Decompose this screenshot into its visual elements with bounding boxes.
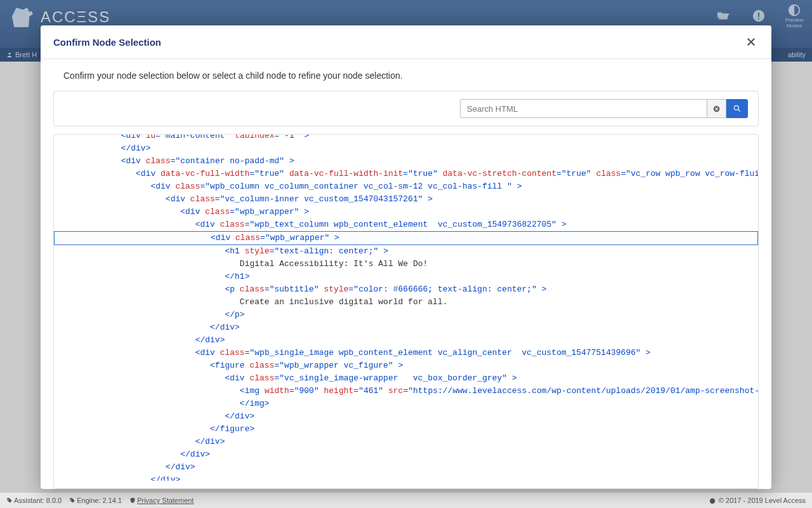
code-line[interactable]: </div> <box>54 410 758 423</box>
code-line[interactable]: <div data-vc-full-width="true" data-vc-f… <box>54 168 758 180</box>
search-clear-button[interactable] <box>707 99 726 118</box>
code-line[interactable]: <img width="900" height="461" src="https… <box>54 385 758 398</box>
modal-close-button[interactable] <box>743 34 759 50</box>
code-line[interactable]: <div class="vc_column-inner vc_custom_15… <box>54 193 758 206</box>
svg-point-6 <box>734 105 738 110</box>
search-panel <box>53 91 759 126</box>
code-line[interactable]: <div class="wpb_single_image wpb_content… <box>54 347 758 359</box>
code-line[interactable]: </div> <box>54 321 758 334</box>
footer-copyright: © 2017 - 2019 Level Access <box>719 497 806 504</box>
code-line[interactable]: </div> <box>54 334 758 347</box>
clear-icon <box>712 105 721 113</box>
code-line[interactable]: </div> <box>54 461 758 474</box>
confirm-node-modal: Confirm Node Selection Confirm your node… <box>41 25 771 489</box>
modal-instruction-text: Confirm your node selection below or sel… <box>53 70 759 81</box>
code-line[interactable]: </div> <box>54 142 758 155</box>
code-line[interactable]: <p class="subtitle" style="color: #66666… <box>54 283 758 296</box>
html-tree-panel: <div id="main-content" tabindex="-1" > <… <box>53 134 759 489</box>
search-submit-button[interactable] <box>726 99 748 118</box>
code-line[interactable]: Create an inclusive digital world for al… <box>54 296 758 309</box>
footer-assistant-version: Assistant: 8.0.0 <box>14 497 62 504</box>
tag-icon <box>6 497 13 504</box>
code-line[interactable]: <div class="vc_single_image-wrapper vc_b… <box>54 372 758 385</box>
tag-icon <box>69 497 75 504</box>
modal-body: Confirm your node selection below or sel… <box>41 59 771 489</box>
code-line[interactable]: <h1 style="text-align: center;" > <box>54 245 758 258</box>
search-icon <box>733 104 742 113</box>
app-footer: Assistant: 8.0.0 Engine: 2.14.1 Privacy … <box>0 492 812 508</box>
shield-icon <box>129 497 136 504</box>
code-line[interactable]: <div class="wpb_wrapper" > <box>54 231 758 245</box>
code-line[interactable]: <figure class="wpb_wrapper vc_figure" > <box>54 359 758 372</box>
code-line[interactable]: </figure> <box>54 423 758 436</box>
html-tree-scroll[interactable]: <div id="main-content" tabindex="-1" > <… <box>54 134 758 481</box>
code-line[interactable]: <div class="container no-padd-md" > <box>54 155 758 168</box>
code-line[interactable]: </p> <box>54 309 758 321</box>
search-html-input[interactable] <box>460 99 707 118</box>
code-line[interactable]: </div> <box>54 474 758 481</box>
code-line[interactable]: <div class="wpb_wrapper" > <box>54 206 758 218</box>
code-line[interactable]: </div> <box>54 436 758 448</box>
code-line[interactable]: </img> <box>54 398 758 410</box>
code-line[interactable]: <div id="main-content" tabindex="-1" > <box>54 134 758 142</box>
info-icon <box>709 498 716 504</box>
footer-engine-version: Engine: 2.14.1 <box>77 497 122 504</box>
code-line[interactable]: Digital Accessibility: It's All We Do! <box>54 258 758 271</box>
footer-privacy-link[interactable]: Privacy Statement <box>137 497 193 504</box>
code-line[interactable]: <div class="wpb_column vc_column_contain… <box>54 180 758 193</box>
code-line[interactable]: <div class="wpb_text_column wpb_content_… <box>54 218 758 231</box>
code-line[interactable]: </div> <box>54 448 758 461</box>
modal-title: Confirm Node Selection <box>53 37 161 48</box>
modal-header: Confirm Node Selection <box>41 25 771 59</box>
code-line[interactable]: </h1> <box>54 271 758 283</box>
svg-point-4 <box>710 498 715 504</box>
close-icon <box>745 36 757 48</box>
